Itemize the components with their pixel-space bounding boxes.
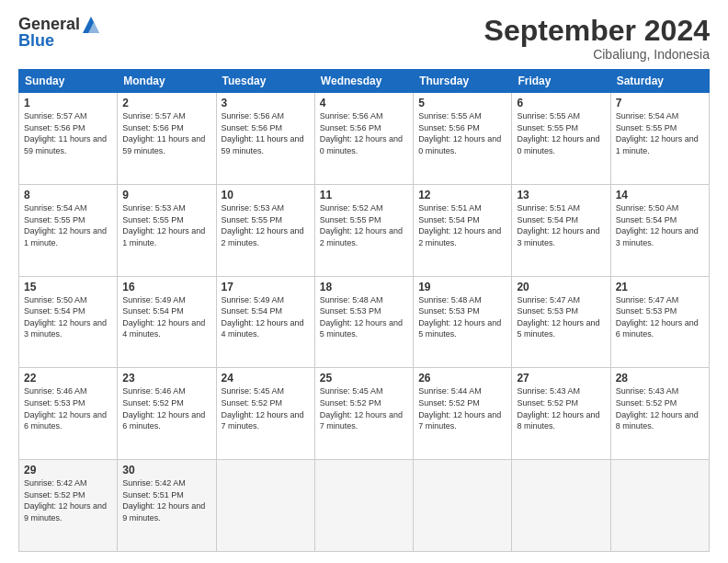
week-row-1: 1Sunrise: 5:57 AM Sunset: 5:56 PM Daylig… bbox=[19, 93, 710, 185]
col-header-sunday: Sunday bbox=[19, 70, 118, 93]
day-number: 12 bbox=[418, 189, 506, 201]
col-header-thursday: Thursday bbox=[414, 70, 512, 93]
day-info: Sunrise: 5:47 AM Sunset: 5:53 PM Dayligh… bbox=[517, 294, 605, 340]
day-number: 23 bbox=[122, 372, 210, 385]
day-number: 1 bbox=[24, 97, 112, 109]
day-number: 15 bbox=[24, 281, 112, 293]
day-number: 24 bbox=[222, 372, 310, 385]
day-number: 13 bbox=[517, 189, 605, 201]
day-number: 29 bbox=[24, 464, 112, 477]
day-cell: 15Sunrise: 5:50 AM Sunset: 5:54 PM Dayli… bbox=[19, 276, 118, 368]
week-row-3: 15Sunrise: 5:50 AM Sunset: 5:54 PM Dayli… bbox=[19, 276, 710, 368]
day-cell: 27Sunrise: 5:43 AM Sunset: 5:52 PM Dayli… bbox=[512, 368, 610, 460]
day-info: Sunrise: 5:52 AM Sunset: 5:55 PM Dayligh… bbox=[320, 202, 408, 248]
day-number: 22 bbox=[24, 372, 112, 385]
day-info: Sunrise: 5:53 AM Sunset: 5:55 PM Dayligh… bbox=[122, 202, 210, 248]
day-info: Sunrise: 5:50 AM Sunset: 5:54 PM Dayligh… bbox=[616, 202, 704, 248]
week-row-2: 8Sunrise: 5:54 AM Sunset: 5:55 PM Daylig… bbox=[19, 184, 710, 276]
day-info: Sunrise: 5:45 AM Sunset: 5:52 PM Dayligh… bbox=[222, 385, 310, 431]
day-number: 10 bbox=[222, 189, 310, 201]
col-header-monday: Monday bbox=[118, 70, 216, 93]
day-info: Sunrise: 5:42 AM Sunset: 5:52 PM Dayligh… bbox=[24, 477, 112, 523]
day-cell: 18Sunrise: 5:48 AM Sunset: 5:53 PM Dayli… bbox=[314, 276, 413, 368]
day-number: 9 bbox=[122, 189, 210, 201]
day-number: 14 bbox=[616, 189, 704, 201]
header: General Blue September 2024 Cibaliung, I… bbox=[18, 15, 710, 62]
day-cell: 8Sunrise: 5:54 AM Sunset: 5:55 PM Daylig… bbox=[19, 184, 118, 276]
day-cell bbox=[216, 460, 314, 552]
day-info: Sunrise: 5:42 AM Sunset: 5:51 PM Dayligh… bbox=[122, 477, 210, 523]
logo: General Blue bbox=[18, 15, 101, 51]
day-cell: 20Sunrise: 5:47 AM Sunset: 5:53 PM Dayli… bbox=[512, 276, 610, 368]
day-number: 3 bbox=[222, 97, 310, 109]
location: Cibaliung, Indonesia bbox=[484, 47, 710, 62]
day-info: Sunrise: 5:48 AM Sunset: 5:53 PM Dayligh… bbox=[320, 294, 408, 340]
day-number: 21 bbox=[616, 281, 704, 293]
day-info: Sunrise: 5:46 AM Sunset: 5:52 PM Dayligh… bbox=[122, 385, 210, 431]
day-info: Sunrise: 5:43 AM Sunset: 5:52 PM Dayligh… bbox=[517, 385, 605, 431]
day-info: Sunrise: 5:49 AM Sunset: 5:54 PM Dayligh… bbox=[222, 294, 310, 340]
day-number: 28 bbox=[616, 372, 704, 385]
day-cell: 17Sunrise: 5:49 AM Sunset: 5:54 PM Dayli… bbox=[216, 276, 314, 368]
day-info: Sunrise: 5:50 AM Sunset: 5:54 PM Dayligh… bbox=[24, 294, 112, 340]
day-number: 19 bbox=[418, 281, 506, 293]
day-info: Sunrise: 5:51 AM Sunset: 5:54 PM Dayligh… bbox=[418, 202, 506, 248]
day-cell: 5Sunrise: 5:55 AM Sunset: 5:56 PM Daylig… bbox=[414, 93, 512, 185]
logo-icon bbox=[81, 15, 101, 35]
day-cell bbox=[314, 460, 413, 552]
day-cell bbox=[512, 460, 610, 552]
day-cell: 29Sunrise: 5:42 AM Sunset: 5:52 PM Dayli… bbox=[19, 460, 118, 552]
day-info: Sunrise: 5:56 AM Sunset: 5:56 PM Dayligh… bbox=[222, 110, 310, 156]
day-info: Sunrise: 5:55 AM Sunset: 5:56 PM Dayligh… bbox=[418, 110, 506, 156]
day-number: 16 bbox=[122, 281, 210, 293]
week-row-5: 29Sunrise: 5:42 AM Sunset: 5:52 PM Dayli… bbox=[19, 460, 710, 552]
day-info: Sunrise: 5:44 AM Sunset: 5:52 PM Dayligh… bbox=[418, 385, 506, 431]
day-cell: 4Sunrise: 5:56 AM Sunset: 5:56 PM Daylig… bbox=[314, 93, 413, 185]
day-number: 2 bbox=[122, 97, 210, 109]
day-number: 30 bbox=[122, 464, 210, 477]
day-number: 5 bbox=[418, 97, 506, 109]
day-cell: 22Sunrise: 5:46 AM Sunset: 5:53 PM Dayli… bbox=[19, 368, 118, 460]
col-header-wednesday: Wednesday bbox=[314, 70, 413, 93]
day-number: 25 bbox=[320, 372, 408, 385]
day-number: 17 bbox=[222, 281, 310, 293]
day-cell: 26Sunrise: 5:44 AM Sunset: 5:52 PM Dayli… bbox=[414, 368, 512, 460]
day-cell: 10Sunrise: 5:53 AM Sunset: 5:55 PM Dayli… bbox=[216, 184, 314, 276]
day-info: Sunrise: 5:47 AM Sunset: 5:53 PM Dayligh… bbox=[616, 294, 704, 340]
day-cell: 11Sunrise: 5:52 AM Sunset: 5:55 PM Dayli… bbox=[314, 184, 413, 276]
day-cell: 28Sunrise: 5:43 AM Sunset: 5:52 PM Dayli… bbox=[610, 368, 709, 460]
day-cell: 9Sunrise: 5:53 AM Sunset: 5:55 PM Daylig… bbox=[118, 184, 216, 276]
day-number: 4 bbox=[320, 97, 408, 109]
day-info: Sunrise: 5:48 AM Sunset: 5:53 PM Dayligh… bbox=[418, 294, 506, 340]
month-title: September 2024 bbox=[484, 15, 710, 47]
day-info: Sunrise: 5:57 AM Sunset: 5:56 PM Dayligh… bbox=[122, 110, 210, 156]
day-number: 26 bbox=[418, 372, 506, 385]
day-cell: 13Sunrise: 5:51 AM Sunset: 5:54 PM Dayli… bbox=[512, 184, 610, 276]
day-info: Sunrise: 5:54 AM Sunset: 5:55 PM Dayligh… bbox=[616, 110, 704, 156]
calendar-header-row: SundayMondayTuesdayWednesdayThursdayFrid… bbox=[19, 70, 710, 93]
day-cell: 2Sunrise: 5:57 AM Sunset: 5:56 PM Daylig… bbox=[118, 93, 216, 185]
day-cell: 16Sunrise: 5:49 AM Sunset: 5:54 PM Dayli… bbox=[118, 276, 216, 368]
calendar-table: SundayMondayTuesdayWednesdayThursdayFrid… bbox=[18, 69, 710, 552]
day-cell: 23Sunrise: 5:46 AM Sunset: 5:52 PM Dayli… bbox=[118, 368, 216, 460]
day-cell: 25Sunrise: 5:45 AM Sunset: 5:52 PM Dayli… bbox=[314, 368, 413, 460]
day-info: Sunrise: 5:43 AM Sunset: 5:52 PM Dayligh… bbox=[616, 385, 704, 431]
day-cell: 3Sunrise: 5:56 AM Sunset: 5:56 PM Daylig… bbox=[216, 93, 314, 185]
day-cell: 6Sunrise: 5:55 AM Sunset: 5:55 PM Daylig… bbox=[512, 93, 610, 185]
day-cell bbox=[610, 460, 709, 552]
day-cell: 19Sunrise: 5:48 AM Sunset: 5:53 PM Dayli… bbox=[414, 276, 512, 368]
day-number: 6 bbox=[517, 97, 605, 109]
day-cell bbox=[414, 460, 512, 552]
col-header-friday: Friday bbox=[512, 70, 610, 93]
col-header-saturday: Saturday bbox=[610, 70, 709, 93]
day-info: Sunrise: 5:53 AM Sunset: 5:55 PM Dayligh… bbox=[222, 202, 310, 248]
day-cell: 7Sunrise: 5:54 AM Sunset: 5:55 PM Daylig… bbox=[610, 93, 709, 185]
day-cell: 1Sunrise: 5:57 AM Sunset: 5:56 PM Daylig… bbox=[19, 93, 118, 185]
col-header-tuesday: Tuesday bbox=[216, 70, 314, 93]
day-cell: 14Sunrise: 5:50 AM Sunset: 5:54 PM Dayli… bbox=[610, 184, 709, 276]
day-cell: 21Sunrise: 5:47 AM Sunset: 5:53 PM Dayli… bbox=[610, 276, 709, 368]
title-block: September 2024 Cibaliung, Indonesia bbox=[484, 15, 710, 62]
day-info: Sunrise: 5:56 AM Sunset: 5:56 PM Dayligh… bbox=[320, 110, 408, 156]
day-number: 18 bbox=[320, 281, 408, 293]
day-info: Sunrise: 5:57 AM Sunset: 5:56 PM Dayligh… bbox=[24, 110, 112, 156]
